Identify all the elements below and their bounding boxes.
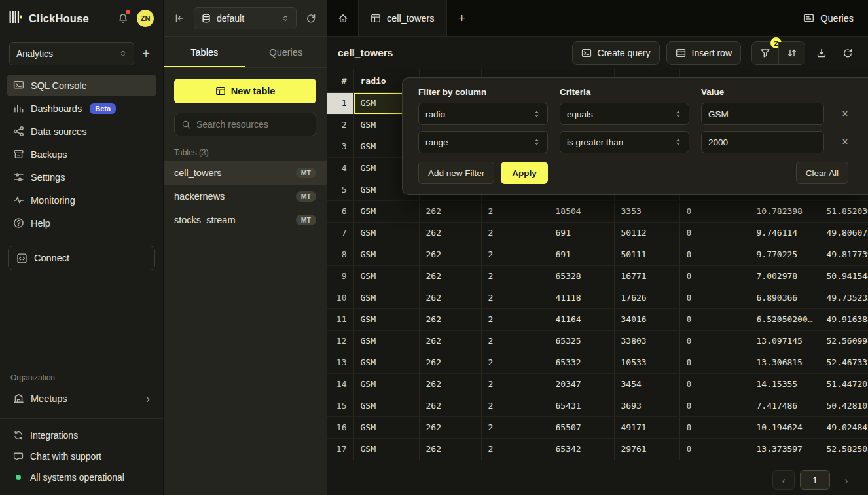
table-cell[interactable]: 2 (481, 395, 549, 416)
collapse-panel-button[interactable] (172, 10, 187, 26)
table-cell[interactable]: 10533 (614, 352, 679, 373)
table-cell[interactable]: 3693 (614, 395, 679, 416)
table-cell[interactable]: 262 (419, 373, 481, 395)
row-number[interactable]: 3 (327, 136, 353, 157)
table-cell[interactable]: 2 (481, 330, 549, 352)
table-cell[interactable]: 65507 (549, 416, 614, 438)
table-cell[interactable]: GSM (353, 287, 419, 308)
table-cell[interactable]: 7.417486 (750, 395, 820, 416)
table-cell[interactable]: 51.447201 (820, 373, 868, 395)
table-cell[interactable]: 52.560998 (820, 330, 868, 352)
table-cell[interactable]: 2 (481, 200, 549, 222)
table-cell[interactable]: 13.373597 (750, 438, 820, 460)
table-cell[interactable]: 0 (679, 244, 750, 265)
table-cell[interactable]: 17626 (614, 287, 679, 308)
table-cell[interactable]: 0 (679, 200, 750, 222)
table-cell[interactable]: 262 (419, 395, 481, 416)
new-table-button[interactable]: New table (174, 79, 316, 103)
table-cell[interactable]: GSM (353, 265, 419, 287)
table-cell[interactable]: 0 (679, 330, 750, 352)
footer-item-all-systems-operational[interactable]: All systems operational (7, 468, 156, 487)
table-cell[interactable]: GSM (353, 244, 419, 265)
row-number[interactable]: 10 (327, 287, 353, 308)
row-number[interactable]: 2 (327, 114, 353, 136)
table-cell[interactable]: 10.782398 (750, 200, 820, 222)
table-cell[interactable]: 52.4673325 (820, 352, 868, 373)
row-number[interactable]: 13 (327, 352, 353, 373)
table-cell[interactable]: 18504 (549, 200, 614, 222)
next-page-button[interactable]: › (835, 470, 858, 490)
row-number[interactable]: 5 (327, 179, 353, 200)
remove-filter-button[interactable]: × (836, 105, 854, 123)
row-number[interactable]: 6 (327, 200, 353, 222)
table-cell[interactable]: 262 (419, 330, 481, 352)
filter-criteria-select[interactable]: equals (560, 103, 689, 125)
refresh-data-button[interactable] (838, 41, 858, 65)
new-tab-button[interactable]: + (447, 0, 477, 36)
table-cell[interactable]: 65431 (549, 395, 614, 416)
prev-page-button[interactable]: ‹ (772, 470, 795, 490)
explorer-tab-queries[interactable]: Queries (245, 37, 327, 67)
sidebar-item-data-sources[interactable]: Data sources (7, 120, 156, 142)
tab-cell-towers[interactable]: cell_towers (359, 0, 447, 36)
table-item-hackernews[interactable]: hackernewsMT (164, 185, 327, 208)
footer-item-integrations[interactable]: Integrations (7, 426, 156, 445)
table-cell[interactable]: 0 (679, 373, 750, 395)
table-cell[interactable]: 0 (679, 308, 750, 330)
download-button[interactable] (812, 41, 831, 65)
table-cell[interactable]: 29761 (614, 438, 679, 460)
workspace-select[interactable]: Analytics (9, 42, 134, 65)
page-number[interactable]: 1 (800, 470, 830, 490)
table-cell[interactable]: 0 (679, 287, 750, 308)
table-cell[interactable]: 262 (419, 308, 481, 330)
table-cell[interactable]: 0 (679, 395, 750, 416)
filter-column-select[interactable]: range (418, 131, 548, 153)
filter-button[interactable]: 2 (752, 42, 778, 64)
table-cell[interactable]: 262 (419, 244, 481, 265)
table-cell[interactable]: 3353 (614, 200, 679, 222)
table-cell[interactable]: GSM (353, 352, 419, 373)
notifications-button[interactable] (115, 10, 131, 26)
table-cell[interactable]: 262 (419, 265, 481, 287)
table-cell[interactable]: 262 (419, 222, 481, 244)
table-cell[interactable]: 33803 (614, 330, 679, 352)
row-number[interactable]: 15 (327, 395, 353, 416)
table-cell[interactable]: 50112 (614, 222, 679, 244)
table-cell[interactable]: 49171 (614, 416, 679, 438)
table-cell[interactable]: 6.52050200… (750, 308, 820, 330)
row-number[interactable]: 8 (327, 244, 353, 265)
table-cell[interactable]: 262 (419, 416, 481, 438)
table-cell[interactable]: 2 (481, 244, 549, 265)
avatar[interactable]: ZN (137, 10, 154, 27)
table-cell[interactable]: 49.024841 (820, 416, 868, 438)
table-cell[interactable]: GSM (353, 330, 419, 352)
table-cell[interactable]: 13.306815 (750, 352, 820, 373)
row-number[interactable]: 1 (327, 92, 353, 114)
sort-button[interactable] (778, 42, 805, 64)
add-filter-button[interactable]: Add new Filter (418, 162, 494, 184)
table-cell[interactable]: 2 (481, 265, 549, 287)
table-cell[interactable]: GSM (353, 222, 419, 244)
table-cell[interactable]: GSM (353, 373, 419, 395)
table-cell[interactable]: GSM (353, 200, 419, 222)
table-cell[interactable]: GSM (353, 395, 419, 416)
home-tab[interactable] (327, 0, 359, 36)
table-cell[interactable]: 0 (679, 352, 750, 373)
explorer-tab-tables[interactable]: Tables (164, 37, 245, 67)
row-number[interactable]: 12 (327, 330, 353, 352)
table-cell[interactable]: 2 (481, 373, 549, 395)
sidebar-item-sql-console[interactable]: SQL Console (7, 75, 156, 96)
table-cell[interactable]: 262 (419, 438, 481, 460)
table-cell[interactable]: 0 (679, 416, 750, 438)
table-cell[interactable]: 14.15355 (750, 373, 820, 395)
sidebar-item-help[interactable]: Help (7, 212, 156, 234)
sidebar-item-dashboards[interactable]: DashboardsBeta (7, 98, 156, 119)
table-cell[interactable]: 2 (481, 352, 549, 373)
table-cell[interactable]: 50111 (614, 244, 679, 265)
table-cell[interactable]: 0 (679, 222, 750, 244)
table-cell[interactable]: 34016 (614, 308, 679, 330)
row-number[interactable]: 16 (327, 416, 353, 438)
sidebar-item-meetups[interactable]: Meetups › (7, 388, 156, 409)
add-service-button[interactable]: + (138, 45, 154, 63)
row-number[interactable]: 7 (327, 222, 353, 244)
